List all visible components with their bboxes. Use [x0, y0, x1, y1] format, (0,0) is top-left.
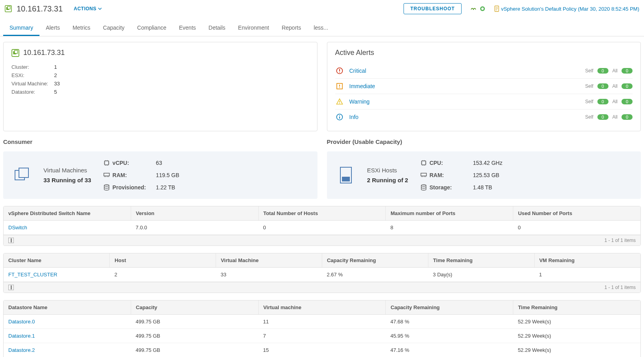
alert-row-warning: Warning Self 0 All 0 [335, 94, 633, 109]
svg-point-21 [339, 115, 340, 116]
col-header[interactable]: Virtual machine [258, 300, 386, 315]
metric-label: RAM: [430, 172, 473, 178]
tab-alerts[interactable]: Alerts [39, 21, 66, 36]
table-link[interactable]: Datastore.1 [8, 333, 35, 339]
alert-all-count: 0 [621, 83, 633, 89]
metric-value: 1.48 TB [473, 184, 631, 191]
table-link[interactable]: Datastore.0 [8, 319, 35, 325]
tab-reports[interactable]: Reports [275, 21, 307, 36]
svg-rect-25 [105, 161, 109, 165]
column-toggle-icon[interactable] [8, 238, 14, 243]
col-header[interactable]: Host [110, 253, 216, 268]
col-header[interactable]: Total Number of Hosts [258, 206, 386, 221]
table-pagination: 1 - 1 of 1 items [605, 238, 636, 243]
table-row: DSwitch7.0.0080 [4, 221, 640, 235]
metric-label: RAM: [113, 172, 156, 178]
tab-capacity[interactable]: Capacity [97, 21, 131, 36]
summary-panel: 10.161.73.31 Cluster:1ESXi:2Virtual Mach… [3, 42, 317, 131]
tab-metrics[interactable]: Metrics [66, 21, 97, 36]
summary-prop: Datastore:5 [11, 89, 309, 95]
col-header[interactable]: Time Remaining [513, 300, 640, 315]
vcenter-icon [11, 49, 19, 57]
table-row: Datastore.1499.75 GB745.95 %52.29 Week(s… [4, 329, 640, 343]
provider-label: ESXi Hosts [367, 167, 408, 174]
tab-compliance[interactable]: Compliance [131, 21, 173, 36]
table-link[interactable]: FT_TEST_CLUSTER [8, 272, 57, 278]
metric-label: Provisioned: [113, 184, 156, 191]
col-header[interactable]: VM Remaining [534, 253, 640, 268]
datastore-table: Datastore NameCapacityVirtual machineCap… [3, 300, 641, 357]
col-header[interactable]: Maximum number of Ports [386, 206, 513, 221]
tab-less[interactable]: less... [307, 21, 334, 36]
alerts-panel: Active Alerts Critical Self 0 All 0 Imme… [327, 42, 641, 131]
metric-value: 119.5 GB [156, 172, 308, 178]
col-header[interactable]: Capacity Remaining [386, 300, 513, 315]
metric-value: 1.22 TB [156, 184, 308, 191]
col-header[interactable]: Used Number of Ports [513, 206, 640, 221]
svg-rect-51 [421, 173, 426, 176]
col-header[interactable]: Capacity Remaining [322, 253, 428, 268]
col-header[interactable]: Virtual Machine [216, 253, 322, 268]
metric-value: 125.53 GB [473, 172, 631, 178]
ram-icon [420, 172, 427, 178]
table-row: FT_TEST_CLUSTER2332.67 %3 Day(s)1 [4, 268, 640, 282]
svg-rect-2 [8, 6, 10, 9]
alert-link-warning[interactable]: Warning [349, 98, 585, 105]
alert-link-info[interactable]: Info [349, 114, 585, 120]
info-icon [335, 113, 344, 121]
table-row: Datastore.0499.75 GB1147.68 %52.29 Week(… [4, 315, 640, 329]
metric-label: CPU: [430, 160, 473, 166]
svg-point-4 [481, 8, 484, 10]
table-link[interactable]: Datastore.2 [8, 347, 35, 353]
consumer-label: Virtual Machines [43, 167, 91, 174]
column-toggle-icon[interactable] [8, 285, 14, 290]
svg-point-17 [339, 87, 340, 88]
col-header[interactable]: Cluster Name [4, 253, 110, 268]
svg-point-56 [421, 185, 426, 186]
tab-details[interactable]: Details [202, 21, 232, 36]
switch-table: vSphere Distributed Switch NameVersionTo… [3, 206, 641, 246]
page-header: 10.161.73.31 ACTIONS TROUBLESHOOT vSpher… [0, 0, 644, 17]
col-header[interactable]: Datastore Name [4, 300, 131, 315]
table-row: Datastore.2499.75 GB1547.16 %52.29 Week(… [4, 343, 640, 357]
policy-icon [494, 6, 499, 12]
alert-link-immediate[interactable]: Immediate [349, 83, 585, 89]
alerts-title: Active Alerts [335, 49, 633, 57]
policy-link[interactable]: vSphere Solution's Default Policy (Mar 3… [494, 6, 639, 12]
alert-all-count: 0 [621, 114, 633, 120]
provider-panel: ESXi Hosts 2 Running of 2 CPU:153.42 GHz… [327, 151, 641, 199]
actions-dropdown[interactable]: ACTIONS [74, 6, 102, 11]
tab-events[interactable]: Events [173, 21, 202, 36]
collecting-icon [470, 6, 477, 12]
summary-prop: Virtual Machine:33 [11, 81, 309, 87]
svg-rect-24 [19, 168, 28, 178]
col-header[interactable]: vSphere Distributed Switch Name [4, 206, 131, 221]
consumer-running: 33 Running of 33 [43, 177, 91, 183]
alert-self-count: 0 [597, 68, 608, 74]
disk-icon [103, 184, 110, 191]
status-icons [470, 6, 485, 12]
metric-value: 63 [156, 160, 308, 166]
page-title: 10.161.73.31 [17, 4, 63, 13]
col-header[interactable]: Version [131, 206, 259, 221]
tab-summary[interactable]: Summary [3, 21, 39, 36]
troubleshoot-button[interactable]: TROUBLESHOOT [404, 3, 462, 14]
alert-row-info: Info Self 0 All 0 [335, 109, 633, 125]
svg-rect-34 [104, 173, 109, 176]
metric-label: Storage: [430, 184, 473, 191]
cluster-table: Cluster NameHostVirtual MachineCapacity … [3, 253, 641, 293]
alert-link-critical[interactable]: Critical [349, 68, 585, 74]
consumer-title: Consumer [3, 138, 317, 145]
provider-title: Provider (Usable Capacity) [327, 138, 641, 145]
alert-all-count: 0 [621, 99, 633, 104]
summary-prop: Cluster:1 [11, 64, 309, 70]
cpu-icon [420, 159, 427, 166]
tabs: SummaryAlertsMetricsCapacityComplianceEv… [0, 21, 644, 36]
tab-environment[interactable]: Environment [232, 21, 276, 36]
table-link[interactable]: DSwitch [8, 225, 27, 230]
col-header[interactable]: Capacity [131, 300, 259, 315]
col-header[interactable]: Time Remaining [428, 253, 534, 268]
disk-icon [420, 184, 427, 191]
vm-icon [13, 166, 32, 185]
svg-point-14 [339, 72, 340, 73]
